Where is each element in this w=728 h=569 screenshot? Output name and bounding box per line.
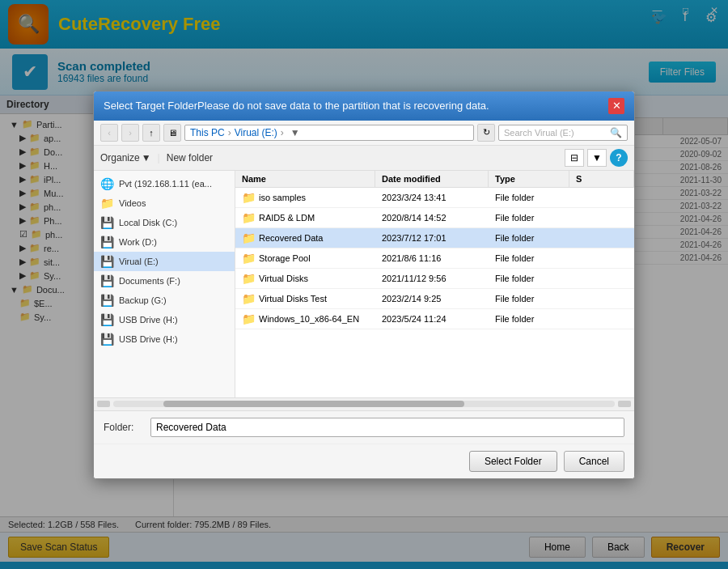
folder-icon: 📁 <box>242 272 256 285</box>
folder-icon: 📁 <box>242 312 256 325</box>
network-icon: 🌐 <box>100 177 114 190</box>
search-icon[interactable]: 🔍 <box>610 127 622 138</box>
view-button-2[interactable]: ▼ <box>587 149 607 167</box>
dialog-file-list: Name Date modified Type S 📁iso samples 2… <box>235 171 634 397</box>
dialog-footer: Folder: <box>94 410 634 444</box>
file-row-windows[interactable]: 📁Windows_10_x86-64_EN 2023/5/24 11:24 Fi… <box>235 309 634 329</box>
drive-icon: 💾 <box>100 274 114 287</box>
folder-icon: 📁 <box>242 191 256 204</box>
name-header: Name <box>235 171 375 187</box>
sidebar-videos-item[interactable]: 📁 Videos <box>94 193 235 213</box>
breadcrumb-sep1: › <box>228 127 231 138</box>
sidebar-drive-g[interactable]: 💾 Backup (G:) <box>94 291 235 310</box>
toolbar-separator: | <box>158 152 160 163</box>
sidebar-drive-e[interactable]: 💾 Virual (E:) <box>94 252 235 271</box>
drive-icon: 💾 <box>100 313 114 326</box>
dialog-body: 🌐 Pvt (192.168.1.11 (ea... 📁 Videos 💾 Lo… <box>94 171 634 397</box>
search-placeholder: Search Virual (E:) <box>504 128 574 138</box>
organize-button[interactable]: Organize ▼ <box>100 152 151 163</box>
breadcrumb-dropdown[interactable]: ▼ <box>290 127 300 138</box>
drive-icon: 💾 <box>100 236 114 248</box>
scrollbar-thumb[interactable] <box>163 401 464 407</box>
folder-icon: 📁 <box>100 197 114 210</box>
scroll-right-button[interactable] <box>618 401 631 407</box>
folder-icon: 📁 <box>242 211 256 224</box>
scrollbar-track <box>113 401 615 407</box>
drive-icon: 💾 <box>100 255 114 268</box>
sidebar-drive-f[interactable]: 💾 Documents (F:) <box>94 271 235 291</box>
file-row-iso[interactable]: 📁iso samples 2023/3/24 13:41 File folder <box>235 188 634 208</box>
view-icons-group: ⊟ ▼ ? <box>565 149 628 167</box>
dialog-action-buttons: Select Folder Cancel <box>94 444 634 478</box>
scroll-left-button[interactable] <box>97 401 110 407</box>
folder-icon: 📁 <box>242 231 256 244</box>
file-list-header: Name Date modified Type S <box>235 171 634 188</box>
breadcrumb-bar: This PC › Virual (E:) › ▼ <box>184 125 474 141</box>
sidebar-drive-c[interactable]: 💾 Local Disk (C:) <box>94 213 235 232</box>
file-row-raid5[interactable]: 📁RAID5 & LDM 2020/8/14 14:52 File folder <box>235 208 634 228</box>
size-header: S <box>569 171 634 187</box>
dialog-titlebar: Select Target FolderPlease do not save d… <box>94 91 634 121</box>
view-button-1[interactable]: ⊟ <box>565 149 584 167</box>
select-folder-dialog: Select Target FolderPlease do not save d… <box>93 91 635 479</box>
nav-forward-button[interactable]: › <box>121 124 139 142</box>
dialog-nav-bar: ‹ › ↑ 🖥 This PC › Virual (E:) › ▼ ↻ Sear… <box>94 121 634 146</box>
folder-icon: 📁 <box>242 292 256 305</box>
sidebar-drive-d[interactable]: 💾 Work (D:) <box>94 232 235 252</box>
search-box: Search Virual (E:) 🔍 <box>498 125 628 141</box>
breadcrumb-this-pc[interactable]: This PC <box>190 127 225 138</box>
select-folder-button[interactable]: Select Folder <box>469 451 557 472</box>
dialog-overlay: Select Target FolderPlease do not save d… <box>0 0 728 569</box>
dialog-sidebar: 🌐 Pvt (192.168.1.11 (ea... 📁 Videos 💾 Lo… <box>94 171 235 397</box>
dialog-scrollbar[interactable] <box>94 397 634 410</box>
breadcrumb-drive[interactable]: Virual (E:) <box>235 127 277 138</box>
file-row-storage-pool[interactable]: 📁Storage Pool 2021/8/6 11:16 File folder <box>235 248 634 269</box>
date-header: Date modified <box>375 171 489 187</box>
drive-icon: 💾 <box>100 333 114 346</box>
folder-input[interactable] <box>150 418 624 437</box>
sidebar-drive-h1[interactable]: 💾 USB Drive (H:) <box>94 310 235 329</box>
folder-icon: 📁 <box>242 252 256 265</box>
drive-icon: 💾 <box>100 294 114 307</box>
new-folder-button[interactable]: New folder <box>167 152 213 163</box>
sidebar-network-item[interactable]: 🌐 Pvt (192.168.1.11 (ea... <box>94 174 235 193</box>
dialog-title: Select Target FolderPlease do not save d… <box>104 100 489 112</box>
sidebar-drive-h2[interactable]: 💾 USB Drive (H:) <box>94 329 235 349</box>
organize-dropdown-icon: ▼ <box>142 152 151 163</box>
file-row-recovered-data[interactable]: 📁Recovered Data 2023/7/12 17:01 File fol… <box>235 228 634 248</box>
type-header: Type <box>489 171 569 187</box>
nav-back-button[interactable]: ‹ <box>100 124 118 142</box>
nav-refresh-button[interactable]: ↻ <box>477 124 495 142</box>
cancel-button[interactable]: Cancel <box>564 451 624 472</box>
nav-up-button[interactable]: ↑ <box>142 124 160 142</box>
dialog-toolbar: Organize ▼ | New folder ⊟ ▼ ? <box>94 146 634 171</box>
file-row-virtual-disks-test[interactable]: 📁Virtual Disks Test 2023/2/14 9:25 File … <box>235 289 634 309</box>
file-row-virtual-disks[interactable]: 📁Virtual Disks 2021/11/12 9:56 File fold… <box>235 269 634 289</box>
help-button[interactable]: ? <box>610 149 628 167</box>
folder-label: Folder: <box>104 422 144 433</box>
dialog-close-button[interactable]: ✕ <box>608 98 624 114</box>
nav-desktop-button[interactable]: 🖥 <box>163 124 181 142</box>
breadcrumb-sep2: › <box>281 127 284 138</box>
drive-icon: 💾 <box>100 216 114 229</box>
